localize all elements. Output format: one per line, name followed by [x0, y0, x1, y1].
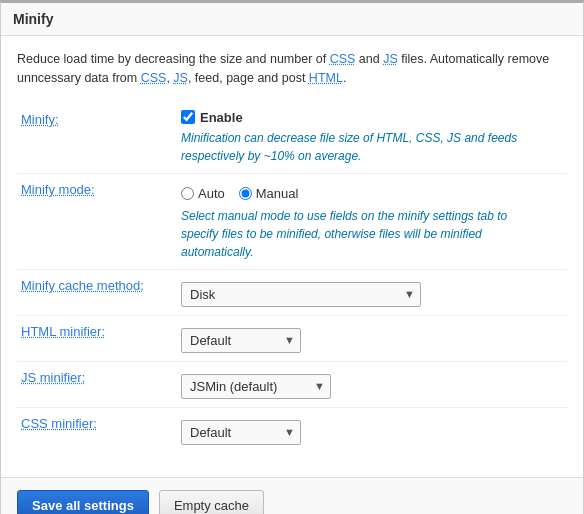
css-link-2[interactable]: CSS — [141, 71, 167, 85]
html-minifier-wrapper: Default Minify HTML Tidy ▼ — [181, 328, 301, 353]
footer: Save all settings Empty cache — [1, 477, 583, 515]
js-minifier-wrapper: JSMin (default) YUI Closure ▼ — [181, 374, 331, 399]
minify-hint: Minification can decrease file size of H… — [181, 129, 563, 165]
cache-method-label: Minify cache method: — [21, 278, 144, 293]
mode-hint: Select manual mode to use fields on the … — [181, 207, 521, 261]
html-minifier-label: HTML minifier: — [21, 324, 105, 339]
save-button[interactable]: Save all settings — [17, 490, 149, 515]
minify-panel: Minify Reduce load time by decreasing th… — [0, 0, 584, 514]
panel-title: Minify — [1, 3, 583, 36]
auto-label: Auto — [198, 186, 225, 201]
css-minifier-label: CSS minifier: — [21, 416, 97, 431]
enable-checkbox[interactable] — [181, 110, 195, 124]
empty-cache-button[interactable]: Empty cache — [159, 490, 264, 515]
cache-method-wrapper: Disk Memcached Redis ▼ — [181, 282, 421, 307]
description-text: Reduce load time by decreasing the size … — [17, 50, 567, 88]
auto-radio[interactable] — [181, 187, 194, 200]
settings-table: Minify: Enable Minification can decrease… — [17, 104, 567, 453]
auto-radio-label[interactable]: Auto — [181, 186, 225, 201]
css-link-1[interactable]: CSS — [330, 52, 356, 66]
enable-checkbox-label[interactable]: Enable — [181, 110, 563, 125]
mode-radio-group: Auto Manual — [181, 186, 563, 201]
js-link-2[interactable]: JS — [173, 71, 188, 85]
html-minifier-select[interactable]: Default Minify HTML Tidy — [181, 328, 301, 353]
minify-mode-label: Minify mode: — [21, 182, 95, 197]
manual-radio[interactable] — [239, 187, 252, 200]
html-link[interactable]: HTML — [309, 71, 343, 85]
js-link-1[interactable]: JS — [383, 52, 398, 66]
manual-radio-label[interactable]: Manual — [239, 186, 299, 201]
manual-label: Manual — [256, 186, 299, 201]
cache-method-select[interactable]: Disk Memcached Redis — [181, 282, 421, 307]
minify-label: Minify: — [21, 112, 59, 127]
enable-label: Enable — [200, 110, 243, 125]
js-minifier-select[interactable]: JSMin (default) YUI Closure — [181, 374, 331, 399]
css-minifier-select[interactable]: Default YUI CSSTidy — [181, 420, 301, 445]
css-minifier-wrapper: Default YUI CSSTidy ▼ — [181, 420, 301, 445]
js-minifier-label: JS minifier: — [21, 370, 85, 385]
